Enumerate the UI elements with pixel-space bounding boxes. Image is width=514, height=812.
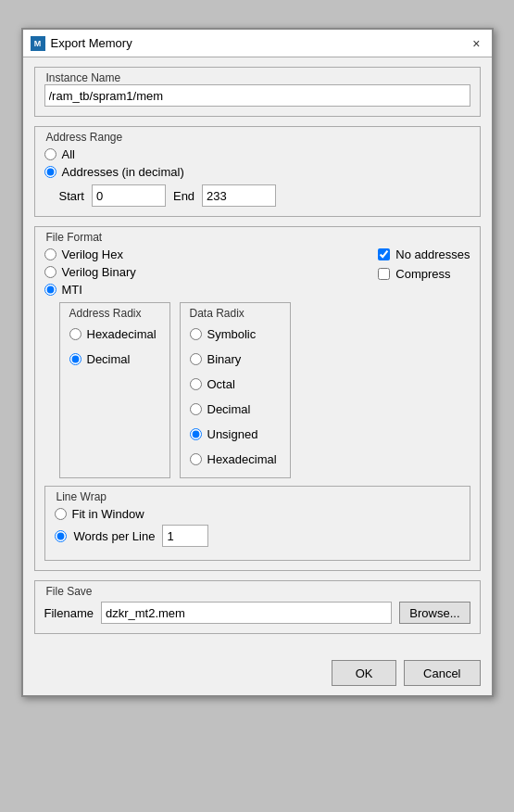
bottom-buttons: OK Cancel <box>23 654 492 695</box>
compress-checkbox[interactable] <box>378 268 390 280</box>
data-unsigned-radio[interactable] <box>190 428 202 440</box>
data-decimal-radio[interactable] <box>190 403 202 415</box>
compress-row: Compress <box>378 267 470 281</box>
instance-name-input[interactable] <box>44 84 470 107</box>
data-hex-row: Hexadecimal <box>190 452 281 466</box>
data-octal-label[interactable]: Octal <box>207 377 235 391</box>
cancel-button[interactable]: Cancel <box>404 660 480 686</box>
file-save-legend: File Save <box>43 585 470 598</box>
no-addresses-label[interactable]: No addresses <box>395 247 470 261</box>
compress-label[interactable]: Compress <box>395 267 450 281</box>
words-per-line-label[interactable]: Words per Line <box>74 529 156 543</box>
fit-in-window-radio[interactable] <box>55 508 67 520</box>
data-symbolic-radio[interactable] <box>190 328 202 340</box>
address-range-legend: Address Range <box>43 131 470 144</box>
verilog-hex-radio[interactable] <box>44 248 56 260</box>
words-per-line-radio[interactable] <box>55 530 67 542</box>
verilog-binary-label[interactable]: Verilog Binary <box>62 265 136 279</box>
data-binary-radio[interactable] <box>190 353 202 365</box>
no-addresses-row: No addresses <box>378 247 470 261</box>
line-wrap-legend: Line Wrap <box>53 490 460 503</box>
mti-label[interactable]: MTI <box>62 283 82 297</box>
start-label: Start <box>59 189 84 203</box>
fit-in-window-label[interactable]: Fit in Window <box>72 507 144 521</box>
data-radix-legend: Data Radix <box>190 307 281 320</box>
all-radio-row: All <box>44 147 470 161</box>
addresses-radio-row: Addresses (in decimal) <box>44 165 470 179</box>
filename-row: Filename Browse... <box>44 602 470 624</box>
data-symbolic-row: Symbolic <box>190 327 281 341</box>
addresses-label[interactable]: Addresses (in decimal) <box>62 165 184 179</box>
data-hex-radio[interactable] <box>190 453 202 465</box>
addr-hex-label[interactable]: Hexadecimal <box>87 327 157 341</box>
instance-name-group: Instance Name <box>34 67 481 117</box>
main-content: Instance Name Address Range All Addresse… <box>23 57 492 654</box>
all-label[interactable]: All <box>62 147 75 161</box>
data-unsigned-row: Unsigned <box>190 427 281 441</box>
words-per-line-row: Words per Line <box>55 525 460 547</box>
data-binary-row: Binary <box>190 352 281 366</box>
address-range-group: Address Range All Addresses (in decimal)… <box>34 126 481 217</box>
addr-dec-row: Decimal <box>69 352 160 366</box>
filename-input[interactable] <box>101 602 392 624</box>
data-radix-box: Data Radix Symbolic Binary <box>180 302 291 478</box>
file-save-group: File Save Filename Browse... <box>34 580 481 634</box>
radix-row: Address Radix Hexadecimal Decimal <box>59 302 360 478</box>
words-per-line-input[interactable] <box>162 525 208 547</box>
mti-radio[interactable] <box>44 284 56 296</box>
verilog-hex-row: Verilog Hex <box>44 247 360 261</box>
address-radix-legend: Address Radix <box>69 307 160 320</box>
no-addresses-checkbox[interactable] <box>378 248 390 260</box>
addr-dec-radio[interactable] <box>69 353 81 365</box>
all-radio[interactable] <box>44 148 56 160</box>
addresses-radio[interactable] <box>44 166 56 178</box>
app-icon: M <box>31 36 45 51</box>
filename-label: Filename <box>44 606 94 620</box>
data-octal-row: Octal <box>190 377 281 391</box>
file-format-group: File Format Verilog Hex Verilog Binary M… <box>34 226 481 571</box>
data-decimal-label[interactable]: Decimal <box>207 402 251 416</box>
addr-hex-radio[interactable] <box>69 328 81 340</box>
addr-dec-label[interactable]: Decimal <box>87 352 131 366</box>
data-binary-label[interactable]: Binary <box>207 352 242 366</box>
title-bar: M Export Memory × <box>23 30 492 57</box>
address-radix-box: Address Radix Hexadecimal Decimal <box>59 302 170 478</box>
mti-row: MTI <box>44 283 360 297</box>
addr-hex-row: Hexadecimal <box>69 327 160 341</box>
window-title: Export Memory <box>51 36 132 50</box>
close-button[interactable]: × <box>469 37 483 50</box>
ok-button[interactable]: OK <box>332 660 396 686</box>
verilog-hex-label[interactable]: Verilog Hex <box>62 247 123 261</box>
file-format-legend: File Format <box>43 231 470 244</box>
data-hex-label[interactable]: Hexadecimal <box>207 452 277 466</box>
data-unsigned-label[interactable]: Unsigned <box>207 427 258 441</box>
line-wrap-group: Line Wrap Fit in Window Words per Line <box>44 486 470 561</box>
data-symbolic-label[interactable]: Symbolic <box>207 327 257 341</box>
data-octal-radio[interactable] <box>190 378 202 390</box>
data-decimal-row: Decimal <box>190 402 281 416</box>
addr-range-inputs: Start End <box>59 184 470 207</box>
end-input[interactable] <box>202 184 276 207</box>
verilog-binary-row: Verilog Binary <box>44 265 360 279</box>
start-input[interactable] <box>92 184 166 207</box>
browse-button[interactable]: Browse... <box>399 602 470 624</box>
export-memory-window: M Export Memory × Instance Name Address … <box>21 28 494 697</box>
verilog-binary-radio[interactable] <box>44 266 56 278</box>
instance-name-legend: Instance Name <box>43 71 470 84</box>
fit-in-window-row: Fit in Window <box>55 507 460 521</box>
end-label: End <box>173 189 194 203</box>
